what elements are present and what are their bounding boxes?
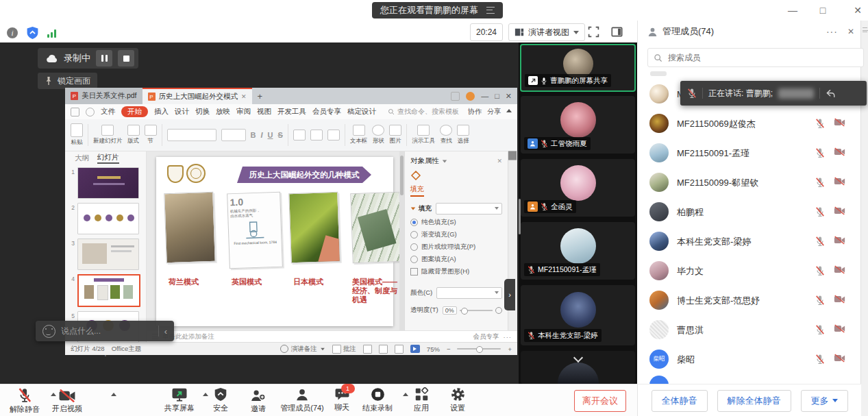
chat-input-placeholder[interactable]: 说点什么... — [61, 326, 153, 337]
fill-preset-dropdown[interactable] — [436, 203, 502, 215]
panel-close-icon[interactable]: ✕ — [847, 27, 854, 36]
collapse-strip-icon[interactable] — [573, 353, 582, 363]
presenter-notes-button[interactable]: 演讲备注 — [280, 345, 325, 354]
wps-share-button[interactable]: 分享 — [487, 107, 501, 117]
zoom-percent[interactable]: 75% — [427, 345, 440, 353]
italic-button[interactable]: I — [260, 131, 262, 139]
video-tile-raoyuxia[interactable]: 工管饶雨夏 — [521, 96, 635, 154]
video-tile-quanhanling[interactable]: 全函灵 — [521, 159, 635, 217]
video-tile-screenshare[interactable]: 曹鹏鹏的屏幕共享 — [520, 44, 636, 92]
lock-view-button[interactable]: 锁定画面 — [38, 73, 97, 89]
wps-collab-button[interactable]: 协作 — [468, 107, 482, 117]
menu-design[interactable]: 设计 — [175, 107, 189, 117]
window-close-button[interactable]: ✕ — [847, 0, 868, 21]
vip-more-icon[interactable]: ··· — [504, 333, 512, 341]
wps-tab-pdf[interactable]: P 美日关系文件.pdf — [65, 88, 142, 104]
menu-transition[interactable]: 切换 — [195, 107, 210, 117]
mic-muted-icon[interactable] — [815, 206, 825, 217]
mic-muted-icon[interactable] — [815, 236, 825, 247]
camera-muted-icon[interactable] — [834, 177, 845, 188]
camera-muted-icon[interactable] — [834, 354, 845, 365]
panel-more-icon[interactable]: ··· — [826, 26, 838, 37]
comment-button[interactable]: 批注 — [332, 345, 356, 354]
reply-arrow-icon[interactable] — [826, 89, 836, 98]
font-family-select[interactable] — [167, 129, 216, 141]
normal-view-icon[interactable] — [363, 345, 372, 354]
participant-row[interactable]: 本科生党支部-梁婷 — [638, 227, 860, 256]
start-video-button[interactable]: 开启视频 — [41, 387, 93, 414]
mute-all-button[interactable]: 全体静音 — [652, 390, 708, 412]
menu-file[interactable]: 文件 — [101, 107, 115, 117]
expand-panel-tab[interactable]: › — [504, 279, 515, 310]
fill-bucket-icon[interactable] — [410, 171, 421, 180]
wps-grid-icon[interactable] — [451, 92, 460, 101]
section-button[interactable]: 节 — [145, 125, 157, 145]
strike-button[interactable]: S — [277, 131, 282, 139]
window-minimize-button[interactable]: — — [782, 0, 803, 21]
present-tools-button[interactable]: 演示工具 — [412, 125, 435, 145]
member-search-box[interactable] — [647, 48, 864, 67]
unmute-all-button[interactable]: 解除全体静音 — [717, 390, 791, 412]
transparency-plus-icon[interactable] — [495, 307, 502, 314]
picture-button[interactable]: 图片 — [389, 125, 401, 145]
pause-recording-button[interactable] — [96, 50, 112, 66]
menu-home[interactable]: 开始 — [121, 106, 148, 117]
side-panel-toggle-icon[interactable] — [611, 26, 623, 38]
mic-muted-icon[interactable] — [687, 88, 697, 99]
select-button[interactable]: 选择 — [457, 125, 469, 145]
zoom-out-icon[interactable]: − — [447, 345, 451, 353]
more-button[interactable]: 更多 — [801, 390, 848, 412]
find-button[interactable]: 查找 — [440, 125, 452, 145]
fill-tab[interactable]: 填充 — [410, 184, 424, 197]
slide-thumb-2[interactable]: 2 — [65, 201, 146, 236]
participant-row[interactable]: 柏鹏程 — [638, 197, 860, 227]
mic-muted-icon[interactable] — [815, 147, 825, 158]
wps-new-tab-button[interactable]: + — [252, 88, 269, 104]
notes-bar[interactable]: 单击此处添加备注 会员专享 ··· — [147, 330, 517, 342]
vip-label[interactable]: 会员专享 — [473, 332, 499, 341]
fill-option-gradient[interactable]: 渐变填充(G) — [410, 230, 502, 239]
fill-option-hide-bg[interactable]: 隐藏背景图形(H) — [410, 267, 502, 276]
mic-muted-icon[interactable] — [815, 177, 825, 188]
wps-command-search[interactable]: 查找命令、搜索模板 — [388, 107, 459, 117]
fullscreen-icon[interactable] — [588, 26, 599, 38]
underline-button[interactable]: U — [268, 131, 273, 139]
wps-maximize-icon[interactable]: □ — [495, 92, 499, 100]
camera-muted-icon[interactable] — [834, 324, 845, 335]
video-tile-partial[interactable] — [521, 351, 635, 384]
video-tile-liangting[interactable]: 本科生党支部-梁婷 — [521, 285, 635, 345]
sidebar-icon-6[interactable] — [515, 151, 517, 160]
camera-muted-icon[interactable] — [834, 295, 845, 306]
participant-row[interactable]: MF21150099-郗望钦 — [638, 168, 860, 197]
textbox-button[interactable]: 文本框 — [350, 125, 368, 145]
slide-thumb-1[interactable]: 1 — [65, 165, 146, 201]
participant-row[interactable]: MF21150091-孟瑾 — [638, 138, 860, 168]
props-caret-icon[interactable] — [443, 160, 447, 162]
quick-chat-bar[interactable]: 说点什么... ‹ — [36, 321, 174, 341]
wps-minimize-icon[interactable]: — — [481, 92, 488, 100]
transparency-value[interactable]: 0% — [443, 306, 457, 315]
slide-canvas[interactable]: 历史上大国崛起外交的几种模式 荷兰模式 1.0 机械生产的倒影， — [147, 151, 404, 330]
stop-recording-button[interactable] — [118, 50, 134, 66]
slide-thumb-4-selected[interactable]: 4 — [65, 272, 146, 309]
zoom-in-icon[interactable]: + — [508, 345, 512, 353]
participant-row[interactable]: 博士生党支部-范思妤 — [638, 286, 860, 315]
menu-review[interactable]: 审阅 — [236, 107, 251, 117]
color-dropdown[interactable] — [436, 287, 502, 299]
mic-muted-icon[interactable] — [815, 265, 825, 276]
menu-devtools[interactable]: 开发工具 — [277, 107, 306, 117]
window-maximize-button[interactable]: □ — [813, 0, 833, 21]
banner-menu-icon[interactable] — [486, 7, 495, 14]
align-center-icon[interactable] — [310, 130, 323, 140]
tab-close-icon[interactable]: ✕ — [241, 93, 247, 100]
shape-button[interactable]: 形状 — [372, 125, 384, 145]
zoom-slider[interactable] — [457, 348, 501, 350]
menu-insert[interactable]: 插入 — [154, 107, 169, 117]
reading-view-icon[interactable] — [395, 345, 404, 354]
outline-tab[interactable]: 大纲 — [75, 154, 89, 163]
participant-row[interactable]: 曹思淇 — [638, 315, 860, 345]
watching-banner[interactable]: 您正在观看曹鹏鹏的屏幕 — [372, 2, 503, 19]
fill-option-solid[interactable]: 纯色填充(S) — [410, 218, 502, 227]
wps-file-menu-icon[interactable] — [71, 108, 79, 117]
slide-thumb-3[interactable]: 3 — [65, 236, 146, 272]
